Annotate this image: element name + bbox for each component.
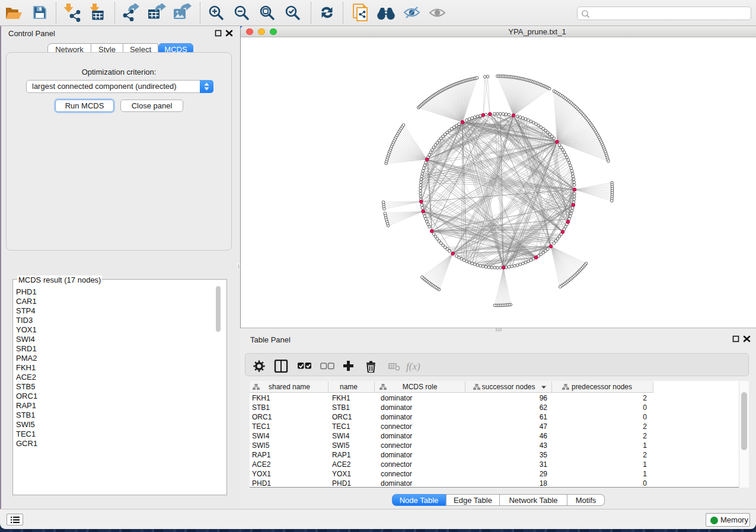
svg-text:f(x): f(x) (406, 361, 420, 372)
